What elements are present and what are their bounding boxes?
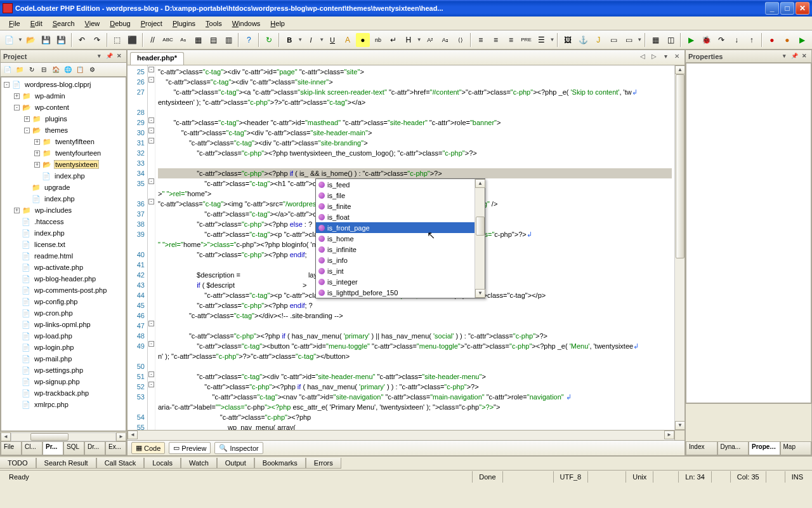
tree-item[interactable]: 📄index.php	[1, 193, 126, 204]
tab-prev-icon[interactable]: ◁	[638, 51, 648, 62]
autocomplete-popup[interactable]: is_feedis_fileis_finiteis_floatis_front_…	[315, 178, 485, 298]
fold-toggle[interactable]: -	[148, 382, 154, 387]
pre-tag-icon[interactable]: PRE	[520, 33, 534, 47]
bottom-tab[interactable]: Search Result	[36, 458, 96, 469]
ed-scroll-left-icon[interactable]: ◄	[128, 431, 138, 439]
menu-edit[interactable]: Edit	[25, 18, 48, 29]
scroll-left-icon[interactable]: ◄	[1, 432, 11, 441]
autocomplete-item[interactable]: is_infinite	[316, 244, 475, 255]
tree-item[interactable]: 📁upgrade	[1, 182, 126, 193]
properties-tab[interactable]: Dyna...	[717, 442, 749, 455]
redo-icon[interactable]: ↷	[90, 33, 104, 47]
fold-toggle[interactable]: -	[148, 321, 154, 326]
tree-item[interactable]: -📂wp-content	[1, 102, 126, 113]
menu-project[interactable]: Project	[136, 18, 167, 29]
menu-help[interactable]: Help	[265, 18, 290, 29]
run-icon[interactable]: ▶	[684, 33, 698, 47]
tool-icon[interactable]: ⬚	[110, 33, 124, 47]
collapse-icon[interactable]: ⊟	[38, 64, 49, 76]
underline-icon[interactable]: U	[325, 33, 339, 47]
fold-toggle[interactable]: -	[148, 341, 154, 347]
fontcolor-icon[interactable]: A	[341, 33, 355, 47]
abc-icon[interactable]: ABC	[161, 33, 175, 47]
tree-item[interactable]: 📄.htaccess	[1, 216, 126, 227]
autocomplete-item[interactable]: is_float	[316, 211, 475, 222]
bottom-tab[interactable]: Bookmarks	[254, 458, 306, 469]
help-icon[interactable]: ?	[242, 33, 256, 47]
align-center-icon[interactable]: ≡	[489, 33, 503, 47]
inspector-view-button[interactable]: 🔍 Inspector	[214, 442, 263, 454]
layout-icon[interactable]: ▥	[221, 33, 235, 47]
panel-pin-icon[interactable]: 📌	[105, 52, 114, 61]
fold-toggle[interactable]: -	[148, 199, 154, 204]
new-file-icon[interactable]: 📄	[3, 33, 16, 47]
new-folder-icon[interactable]: 📁	[14, 64, 25, 76]
refresh-tree-icon[interactable]: ↻	[26, 64, 37, 76]
menu-tools[interactable]: Tools	[200, 18, 227, 29]
fold-toggle[interactable]: -	[148, 178, 154, 184]
close-button[interactable]: ✕	[796, 2, 809, 15]
open-icon[interactable]: 📂	[24, 33, 38, 47]
nbsp-icon[interactable]: nb	[371, 33, 385, 47]
scroll-right-icon[interactable]: ►	[116, 432, 126, 441]
break-icon[interactable]: ↵	[386, 33, 400, 47]
grid-icon[interactable]: ▦	[191, 33, 205, 47]
stepin-icon[interactable]: ↓	[730, 33, 743, 47]
fold-toggle[interactable]: -	[148, 128, 154, 133]
tree-item[interactable]: -📄wordpress-blog.clpprj	[1, 79, 126, 90]
prop-menu-icon[interactable]: ▾	[780, 52, 789, 61]
tree-item[interactable]: 📄wp-settings.php	[1, 364, 126, 376]
menu-search[interactable]: Search	[48, 18, 80, 29]
form-icon[interactable]: ▭	[606, 33, 620, 47]
tree-item[interactable]: 📄wp-activate.php	[1, 262, 126, 273]
project-tab[interactable]: Dr...	[84, 442, 105, 455]
sup-icon[interactable]: A²	[423, 33, 437, 47]
menu-debug[interactable]: Debug	[105, 18, 135, 29]
tree-item[interactable]: 📄wp-cron.php	[1, 307, 126, 319]
tool2-icon[interactable]: ⬛	[126, 33, 140, 47]
h-scrollbar[interactable]	[11, 432, 116, 441]
autocomplete-item[interactable]: is_front_page	[316, 222, 475, 233]
tab-next-icon[interactable]: ▷	[649, 51, 659, 62]
project-tab[interactable]: Cl...	[22, 442, 43, 455]
maximize-button[interactable]: □	[780, 2, 794, 15]
home-icon[interactable]: 🏠	[50, 64, 62, 76]
bp2-icon[interactable]: ●	[780, 33, 794, 47]
prop-pin-icon[interactable]: 📌	[790, 52, 799, 61]
bottom-tab[interactable]: Output	[217, 458, 254, 469]
tree-item[interactable]: 📄wp-blog-header.php	[1, 273, 126, 284]
tab-close-icon[interactable]: ✕	[672, 51, 682, 62]
tree-item[interactable]: 📄wp-links-opml.php	[1, 319, 126, 330]
table-icon[interactable]: ▦	[648, 33, 662, 47]
tree-item[interactable]: +📂twentysixteen	[1, 159, 126, 170]
properties-tab[interactable]: Proper...	[749, 442, 780, 455]
layer-icon[interactable]: ◫	[664, 33, 678, 47]
fold-column[interactable]: -----------	[148, 65, 155, 430]
debug-icon[interactable]: 🐞	[699, 33, 713, 47]
tree-item[interactable]: +📁wp-includes	[1, 204, 126, 216]
autocomplete-item[interactable]: is_finite	[316, 201, 475, 211]
project-tab[interactable]: Ex...	[105, 442, 126, 455]
heading-icon[interactable]: H	[402, 33, 416, 47]
bottom-tab[interactable]: Locals	[144, 458, 181, 469]
autocomplete-item[interactable]: is_info	[316, 255, 475, 265]
list-icon[interactable]: ☰	[534, 33, 548, 47]
bp-icon[interactable]: ●	[765, 33, 779, 47]
project-tab[interactable]: File	[1, 442, 22, 455]
panel-menu-icon[interactable]: ▾	[95, 52, 103, 61]
tree-item[interactable]: 📄license.txt	[1, 239, 126, 250]
autocomplete-item[interactable]: is_home	[316, 233, 475, 244]
grid2-icon[interactable]: ▤	[206, 33, 220, 47]
tree-item[interactable]: +📁wp-admin	[1, 90, 126, 102]
panel-close-icon[interactable]: ✕	[115, 52, 124, 61]
properties-tab[interactable]: Map	[780, 442, 812, 455]
ac-down-icon[interactable]: ▼	[475, 289, 485, 298]
hilite-icon[interactable]: ●	[356, 33, 370, 47]
code-view-button[interactable]: ▦ Code	[131, 442, 165, 454]
undo-icon[interactable]: ↶	[75, 33, 89, 47]
v-scrollbar[interactable]: ▲ ▼	[674, 65, 684, 430]
bold-icon[interactable]: B	[282, 33, 296, 47]
stepout-icon[interactable]: ↑	[745, 33, 759, 47]
editor-tab[interactable]: header.php*	[130, 52, 184, 65]
bottom-tab[interactable]: Errors	[306, 458, 341, 469]
